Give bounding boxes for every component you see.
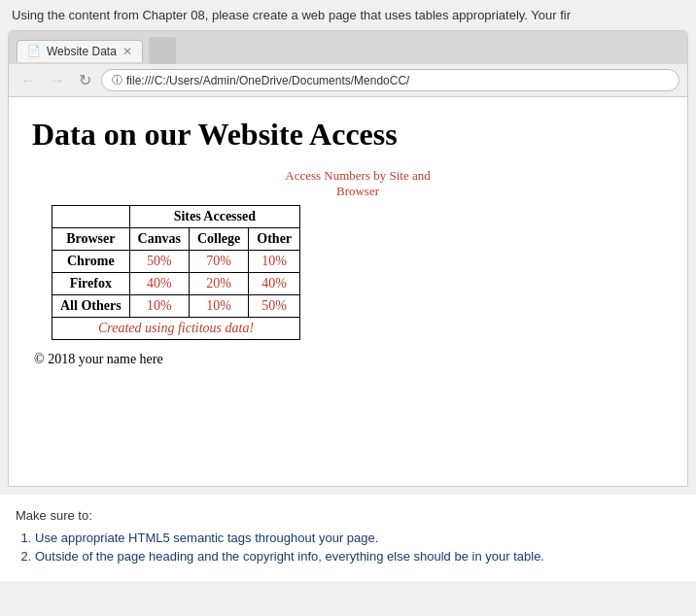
table-row: Firefox 40% 20% 40% — [52, 273, 300, 295]
table-container: Access Numbers by Site and Browser Sites… — [52, 168, 664, 340]
reload-button[interactable]: ↻ — [75, 69, 95, 91]
outer-instruction-text: Using the content from Chapter 08, pleas… — [0, 0, 696, 30]
instruction-list: Use appropriate HTML5 semantic tags thro… — [16, 530, 680, 564]
col-other: Other — [249, 228, 300, 251]
address-text: file:///C:/Users/Admin/OneDrive/Document… — [126, 74, 409, 87]
new-tab-button[interactable] — [149, 37, 176, 64]
table-row: Chrome 50% 70% 10% — [52, 251, 300, 273]
table-header-row: Browser Canvas College Other — [52, 228, 300, 251]
col-college: College — [189, 228, 248, 251]
make-sure-label: Make sure to: — [16, 508, 680, 523]
sites-accessed-header: Sites Accessed — [129, 206, 299, 228]
chrome-canvas: 50% — [129, 251, 189, 273]
copyright-text: © 2018 your name here — [34, 352, 664, 367]
navigation-bar: ← → ↻ ⓘ file:///C:/Users/Admin/OneDrive/… — [9, 64, 687, 97]
row-firefox-label: Firefox — [52, 273, 130, 295]
firefox-college: 20% — [189, 273, 248, 295]
browser-tab[interactable]: 📄 Website Data ✕ — [17, 40, 143, 62]
empty-cell — [52, 206, 130, 228]
lock-icon: ⓘ — [112, 73, 122, 87]
browser-content: Data on our Website Access Access Number… — [9, 97, 687, 486]
allothers-college: 10% — [189, 295, 248, 318]
browser-window: 📄 Website Data ✕ ← → ↻ ⓘ file:///C:/User… — [8, 30, 688, 487]
row-allothers-label: All Others — [52, 295, 130, 318]
table-row: Sites Accessed — [52, 206, 300, 228]
col-canvas: Canvas — [129, 228, 189, 251]
address-bar[interactable]: ⓘ file:///C:/Users/Admin/OneDrive/Docume… — [101, 69, 679, 91]
allothers-canvas: 10% — [129, 295, 189, 318]
page-heading: Data on our Website Access — [32, 117, 664, 153]
document-icon: 📄 — [27, 45, 41, 57]
firefox-other: 40% — [249, 273, 300, 295]
table-caption: Access Numbers by Site and Browser — [52, 168, 664, 199]
tab-title: Website Data — [47, 45, 117, 58]
forward-button[interactable]: → — [46, 70, 69, 91]
row-chrome-label: Chrome — [52, 251, 130, 273]
tab-bar: 📄 Website Data ✕ — [9, 31, 687, 64]
note-row: Created using fictitous data! — [52, 318, 300, 340]
data-table: Sites Accessed Browser Canvas College Ot… — [52, 205, 300, 340]
chrome-other: 10% — [249, 251, 300, 273]
table-note: Created using fictitous data! — [52, 318, 300, 340]
allothers-other: 50% — [249, 295, 300, 318]
bottom-instructions: Make sure to: Use appropriate HTML5 sema… — [0, 495, 696, 581]
list-item: Use appropriate HTML5 semantic tags thro… — [35, 530, 680, 545]
back-button[interactable]: ← — [17, 70, 40, 91]
table-row: All Others 10% 10% 50% — [52, 295, 300, 318]
tab-close-button[interactable]: ✕ — [122, 45, 132, 58]
col-browser: Browser — [52, 228, 130, 251]
list-item: Outside of the page heading and the copy… — [35, 549, 680, 564]
chrome-college: 70% — [189, 251, 248, 273]
firefox-canvas: 40% — [129, 273, 189, 295]
